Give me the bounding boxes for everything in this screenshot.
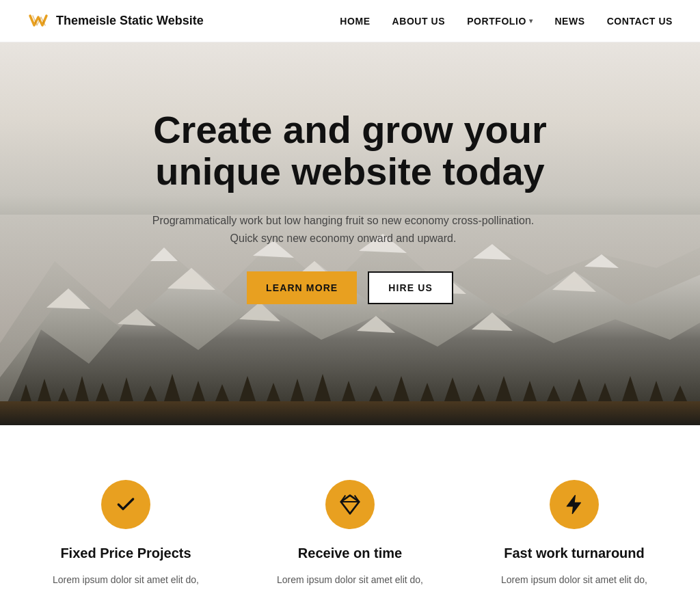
main-nav: HOME ABOUT US PORTFOLIO ▾ NEWS CONTACT U… xyxy=(340,16,673,27)
feature-desc-1: Lorem ipsum dolor sit amet elit do, cons… xyxy=(265,572,435,592)
learn-more-button[interactable]: LEARN MORE xyxy=(247,271,357,304)
svg-rect-18 xyxy=(0,401,700,425)
hero-section: Create and grow your unique website toda… xyxy=(0,42,700,425)
feature-icon-circle-2 xyxy=(550,480,599,529)
feature-title-1: Receive on time xyxy=(265,546,435,561)
feature-title-2: Fast work turnaround xyxy=(489,546,659,561)
feature-card-1: Receive on time Lorem ipsum dolor sit am… xyxy=(252,480,448,592)
nav-news[interactable]: NEWS xyxy=(554,16,584,27)
feature-title-0: Fixed Price Projects xyxy=(41,546,211,561)
nav-portfolio-label: PORTFOLIO xyxy=(467,16,526,27)
nav-about[interactable]: ABOUT US xyxy=(392,16,446,27)
bolt-icon xyxy=(563,494,585,515)
feature-desc-2: Lorem ipsum dolor sit amet elit do, cons… xyxy=(489,572,659,592)
nav-portfolio[interactable]: PORTFOLIO ▾ xyxy=(467,16,533,27)
feature-desc-0: Lorem ipsum dolor sit amet elit do, cons… xyxy=(41,572,211,592)
nav-home[interactable]: HOME xyxy=(340,16,370,27)
chevron-down-icon: ▾ xyxy=(529,17,533,25)
hero-title: Create and grow your unique website toda… xyxy=(145,109,555,193)
logo[interactable]: Themeisle Static Website xyxy=(27,10,204,32)
diamond-icon xyxy=(339,494,361,515)
hero-subtitle: Programmatically work but low hanging fr… xyxy=(145,212,541,247)
logo-text: Themeisle Static Website xyxy=(56,14,204,28)
nav-contact[interactable]: CONTACT US xyxy=(607,16,673,27)
check-icon xyxy=(115,494,137,515)
feature-icon-circle-1 xyxy=(325,480,375,529)
feature-icon-circle-0 xyxy=(101,480,150,529)
feature-card-2: Fast work turnaround Lorem ipsum dolor s… xyxy=(476,480,673,592)
features-section: Fixed Price Projects Lorem ipsum dolor s… xyxy=(0,425,700,592)
hire-us-button[interactable]: HIRE US xyxy=(368,271,453,304)
hero-buttons: LEARN MORE HIRE US xyxy=(145,271,555,304)
site-header: Themeisle Static Website HOME ABOUT US P… xyxy=(0,0,700,42)
feature-card-0: Fixed Price Projects Lorem ipsum dolor s… xyxy=(27,480,224,592)
logo-icon xyxy=(27,10,49,32)
hero-content: Create and grow your unique website toda… xyxy=(131,109,569,304)
features-grid: Fixed Price Projects Lorem ipsum dolor s… xyxy=(27,480,673,592)
